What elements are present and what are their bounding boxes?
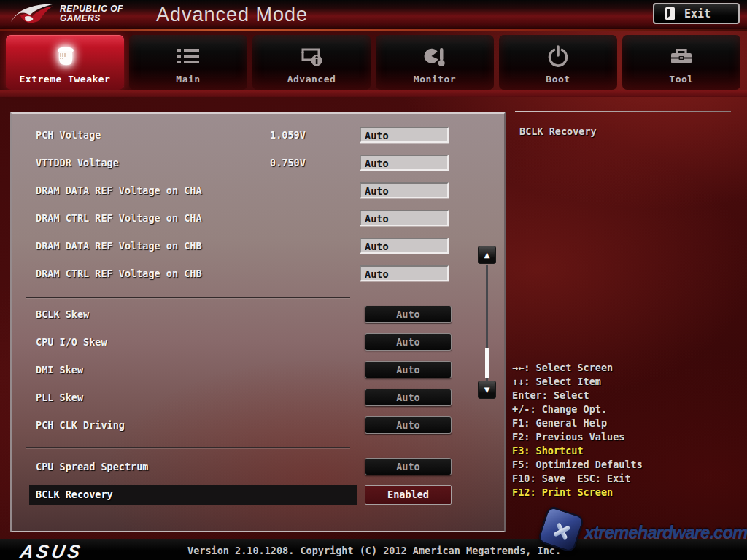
- tab-underline-strip: [0, 90, 747, 97]
- top-bar: REPUBLIC OF GAMERS Advanced Mode Exit: [0, 0, 747, 29]
- setting-label: PCH Voltage: [36, 129, 101, 141]
- gauge-thermometer-icon: [376, 44, 494, 69]
- tab-main[interactable]: Main: [129, 35, 247, 90]
- row-pch-voltage[interactable]: PCH Voltage 1.059V Auto: [12, 121, 504, 149]
- setting-value-button[interactable]: Auto: [365, 389, 452, 406]
- tab-label: Advanced: [252, 74, 371, 85]
- row-bclk-recovery[interactable]: BCLK Recovery Enabled: [12, 481, 504, 508]
- setting-value-button[interactable]: Auto: [365, 306, 452, 323]
- setting-label: DMI Skew: [36, 364, 83, 376]
- hotkey-line: F2: Previous Values: [512, 430, 738, 444]
- help-panel-divider: [515, 111, 731, 112]
- row-pch-clk-driving[interactable]: PCH CLK Driving Auto: [12, 411, 504, 439]
- setting-value-button[interactable]: Auto: [365, 333, 452, 351]
- hotkey-line: →←: Select Screen: [512, 361, 738, 375]
- tab-label: Boot: [499, 74, 617, 85]
- setting-value-input[interactable]: Auto: [360, 210, 449, 226]
- row-pll-skew[interactable]: PLL Skew Auto: [12, 384, 504, 411]
- row-bclk-skew[interactable]: BCLK Skew Auto: [12, 300, 504, 328]
- setting-value-button[interactable]: Auto: [365, 416, 452, 434]
- hotkey-line: F5: Optimized Defaults: [512, 458, 738, 472]
- asus-logo: ASUS: [18, 541, 85, 560]
- row-dram-data-ref-cha[interactable]: DRAM DATA REF Voltage on CHA Auto: [12, 176, 504, 204]
- setting-value-input[interactable]: Auto: [360, 265, 449, 281]
- exit-door-icon: [665, 7, 676, 20]
- tab-label: Main: [129, 74, 247, 85]
- setting-label: CPU Spread Spectrum: [36, 461, 148, 472]
- setting-value-input[interactable]: Auto: [360, 127, 449, 143]
- setting-value-button[interactable]: Enabled: [365, 485, 452, 505]
- tab-label: Monitor: [376, 74, 494, 85]
- tab-extreme-tweaker[interactable]: Extreme Tweaker: [6, 35, 124, 90]
- version-text: Version 2.10.1208. Copyright (C) 2012 Am…: [187, 545, 561, 556]
- exit-button[interactable]: Exit: [653, 3, 740, 24]
- hotkey-line-print-screen: F12: Print Screen: [512, 486, 738, 499]
- hotkey-legend: →←: Select Screen ↑↓: Select Item Enter:…: [512, 361, 738, 499]
- list-icon: [129, 44, 247, 69]
- rog-eye-logo-icon: [10, 1, 57, 28]
- hotkey-line: ↑↓: Select Item: [512, 375, 738, 389]
- tab-label: Tool: [622, 74, 740, 85]
- scroll-up-button[interactable]: ▲: [478, 246, 496, 264]
- setting-reading: 0.750V: [270, 157, 306, 168]
- watermark: xtremehardware.com: [536, 509, 740, 557]
- setting-label: BCLK Skew: [36, 308, 89, 320]
- tab-label: Extreme Tweaker: [6, 74, 124, 85]
- bios-screen: REPUBLIC OF GAMERS Advanced Mode Exit: [0, 0, 747, 560]
- setting-label: PCH CLK Driving: [36, 419, 125, 431]
- scroll-thumb[interactable]: [485, 348, 489, 378]
- row-vttddr-voltage[interactable]: VTTDDR Voltage 0.750V Auto: [12, 149, 504, 176]
- setting-label: VTTDDR Voltage: [36, 157, 119, 168]
- exit-label: Exit: [684, 7, 711, 20]
- setting-value-input[interactable]: Auto: [360, 155, 449, 171]
- setting-value-input[interactable]: Auto: [360, 238, 449, 254]
- setting-label: DRAM CTRL REF Voltage on CHA: [36, 212, 202, 224]
- setting-value-button[interactable]: Auto: [365, 361, 452, 378]
- power-icon: [499, 44, 617, 69]
- info-screen-icon: [252, 44, 371, 69]
- header-divider: [0, 29, 747, 31]
- setting-label: DRAM CTRL REF Voltage on CHB: [36, 268, 202, 279]
- row-dmi-skew[interactable]: DMI Skew Auto: [12, 356, 504, 384]
- hotkey-line: Enter: Select: [512, 389, 738, 402]
- setting-label: DRAM DATA REF Voltage on CHB: [36, 240, 202, 252]
- setting-value-button[interactable]: Auto: [365, 458, 452, 475]
- row-dram-ctrl-ref-cha[interactable]: DRAM CTRL REF Voltage on CHA Auto: [12, 204, 504, 232]
- page-title: Advanced Mode: [156, 4, 308, 26]
- row-cpu-spread-spectrum[interactable]: CPU Spread Spectrum Auto: [12, 453, 504, 481]
- setting-label: DRAM DATA REF Voltage on CHA: [36, 184, 202, 196]
- rog-brand-text: REPUBLIC OF GAMERS: [60, 4, 123, 23]
- rog-brand-line2: GAMERS: [60, 14, 123, 23]
- row-dram-data-ref-chb[interactable]: DRAM DATA REF Voltage on CHB Auto: [12, 232, 504, 260]
- x-badge-icon: [537, 505, 585, 553]
- row-cpu-io-skew[interactable]: CPU I/O Skew Auto: [12, 328, 504, 356]
- scroll-down-button[interactable]: ▼: [478, 381, 496, 399]
- toolbox-icon: [622, 44, 740, 69]
- tab-tool[interactable]: Tool: [622, 35, 740, 90]
- tweaker-knob-icon: [6, 44, 124, 69]
- tab-advanced[interactable]: Advanced: [252, 35, 371, 90]
- hotkey-line: F10: Save ESC: Exit: [512, 472, 738, 486]
- help-title: BCLK Recovery: [519, 125, 597, 137]
- setting-label: BCLK Recovery: [36, 489, 113, 500]
- setting-label: PLL Skew: [36, 392, 83, 403]
- group-divider: [26, 447, 350, 448]
- hotkey-line: +/-: Change Opt.: [512, 402, 738, 416]
- hotkey-line-shortcut: F3: Shortcut: [512, 444, 738, 458]
- setting-reading: 1.059V: [270, 129, 306, 141]
- hotkey-line: F1: General Help: [512, 416, 738, 430]
- setting-value-input[interactable]: Auto: [360, 182, 449, 198]
- tab-monitor[interactable]: Monitor: [376, 35, 494, 90]
- group-divider: [26, 297, 350, 298]
- setting-label: CPU I/O Skew: [36, 336, 107, 348]
- settings-panel: PCH Voltage 1.059V Auto VTTDDR Voltage 0…: [10, 112, 506, 532]
- tab-boot[interactable]: Boot: [499, 35, 617, 90]
- row-dram-ctrl-ref-chb[interactable]: DRAM CTRL REF Voltage on CHB Auto: [12, 260, 504, 287]
- watermark-text: xtremehardware.com: [584, 522, 747, 542]
